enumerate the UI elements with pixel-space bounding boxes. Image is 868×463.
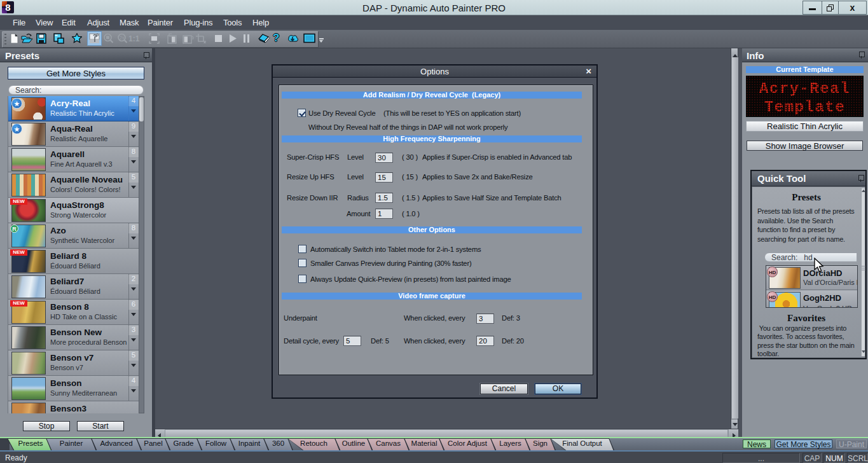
svg-text:2x: 2x — [120, 36, 125, 40]
